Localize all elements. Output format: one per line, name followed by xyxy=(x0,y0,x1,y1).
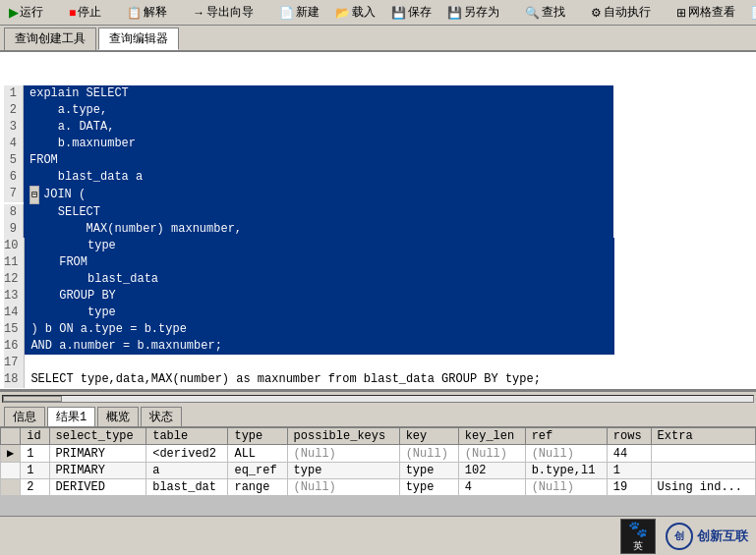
result-panel: 信息结果1概览状态 idselect_typetabletypepossible… xyxy=(0,405,756,496)
tab-result1[interactable]: 结果1 xyxy=(47,407,95,426)
load-button[interactable]: 📂 载入 xyxy=(330,2,380,23)
line-code: blast_data xyxy=(25,271,614,288)
explain-button[interactable]: 📋 解释 xyxy=(122,2,172,23)
table-cell: a xyxy=(146,463,228,479)
table-cell: 1 xyxy=(21,463,49,479)
save-icon: 💾 xyxy=(391,6,406,20)
table-cell: range xyxy=(228,479,287,496)
table-row: 6 blast_data a xyxy=(4,169,752,186)
tab-info[interactable]: 信息 xyxy=(4,407,45,426)
new-icon: 📄 xyxy=(279,6,294,20)
save-button[interactable]: 💾 保存 xyxy=(386,2,436,23)
run-icon: ▶ xyxy=(9,6,18,20)
export-icon: → xyxy=(193,6,204,20)
table-cell: eq_ref xyxy=(228,463,287,479)
input-method-button[interactable]: 🐾 英 xyxy=(620,519,656,554)
result-table-wrap[interactable]: idselect_typetabletypepossible_keyskeyke… xyxy=(0,427,756,496)
table-row: 11 FROM xyxy=(4,254,752,271)
table-row: 7⊟JOIN ( xyxy=(4,186,752,204)
table-cell: (Null) xyxy=(525,479,607,496)
table-cell: type xyxy=(287,463,399,479)
col-header: key xyxy=(399,428,458,445)
horizontal-scrollbar[interactable] xyxy=(0,391,756,405)
line-number: 12 xyxy=(4,271,25,288)
table-cell: blast_dat xyxy=(146,479,228,496)
table-row: 2 a.type, xyxy=(4,102,752,119)
tab-query-builder[interactable]: 查询创建工具 xyxy=(4,28,96,50)
line-number: 14 xyxy=(4,305,25,321)
table-cell: (Null) xyxy=(458,445,525,463)
tab-query-editor[interactable]: 查询编辑器 xyxy=(98,28,179,50)
load-label: 载入 xyxy=(352,4,376,21)
table-row: 17 xyxy=(4,355,752,371)
table-cell: (Null) xyxy=(399,445,458,463)
row-marker xyxy=(1,463,21,479)
col-header: table xyxy=(146,428,228,445)
table-row: 16AND a.number = b.maxnumber; xyxy=(4,338,752,355)
hscroll-thumb[interactable] xyxy=(3,396,62,402)
col-header: select_type xyxy=(49,428,146,445)
line-code: type xyxy=(25,238,614,254)
table-cell: PRIMARY xyxy=(49,463,146,479)
col-marker xyxy=(1,428,21,445)
table-cell: 4 xyxy=(458,479,525,496)
line-code: GROUP BY xyxy=(25,288,614,305)
stop-button[interactable]: ■ 停止 xyxy=(64,2,106,23)
find-icon: 🔍 xyxy=(525,6,540,20)
table-cell: <derived2 xyxy=(146,445,228,463)
run-label: 运行 xyxy=(20,4,43,21)
table-cell xyxy=(651,463,755,479)
form-button[interactable]: 📝 表单... xyxy=(746,2,756,23)
auto-run-button[interactable]: ⚙ 自动执行 xyxy=(586,2,656,23)
new-button[interactable]: 📄 新建 xyxy=(274,2,324,23)
table-row: 3 a. DATA, xyxy=(4,119,752,136)
table-row: 9 MAX(number) maxnumber, xyxy=(4,221,752,238)
table-row: 15) b ON a.type = b.type xyxy=(4,321,752,338)
line-number: 3 xyxy=(4,119,24,136)
brand-circle-icon: 创 xyxy=(666,523,693,550)
line-number: 10 xyxy=(4,238,25,254)
grid-view-button[interactable]: ⊞ 网格查看 xyxy=(671,2,740,23)
paw-icon: 🐾 xyxy=(628,520,648,539)
code-lines: 1explain SELECT2 a.type,3 a. DATA,4 b.ma… xyxy=(0,52,756,389)
table-row: 1explain SELECT xyxy=(4,85,752,102)
table-row: 2DERIVEDblast_datrange(Null)type4(Null)1… xyxy=(1,479,756,496)
table-cell: 44 xyxy=(607,445,651,463)
table-cell: ALL xyxy=(228,445,287,463)
table-cell: DERIVED xyxy=(49,479,146,496)
line-number: 8 xyxy=(4,204,24,221)
table-cell: PRIMARY xyxy=(49,445,146,463)
col-header: possible_keys xyxy=(287,428,399,445)
table-row: 1PRIMARYaeq_reftypetype102b.type,l11 xyxy=(1,463,756,479)
table-cell xyxy=(651,445,755,463)
line-number: 4 xyxy=(4,136,24,152)
export-wizard-button[interactable]: → 导出向导 xyxy=(188,2,259,23)
result-tabs: 信息结果1概览状态 xyxy=(0,405,756,427)
table-cell: type xyxy=(399,479,458,496)
fold-icon[interactable]: ⊟ xyxy=(29,186,39,204)
line-code: FROM xyxy=(24,152,613,169)
col-header: type xyxy=(228,428,287,445)
line-number: 13 xyxy=(4,288,25,305)
line-number: 6 xyxy=(4,169,24,186)
tab-overview[interactable]: 概览 xyxy=(97,407,139,426)
statusbar: 🐾 英 创 创新互联 xyxy=(0,516,756,555)
find-button[interactable]: 🔍 查找 xyxy=(520,2,570,23)
table-row: 5FROM xyxy=(4,152,752,169)
save-as-button[interactable]: 💾 另存为 xyxy=(442,2,504,23)
hscroll-track[interactable] xyxy=(2,395,754,403)
line-code: MAX(number) maxnumber, xyxy=(24,221,613,238)
sql-editor[interactable]: 1explain SELECT2 a.type,3 a. DATA,4 b.ma… xyxy=(0,52,756,391)
row-marker xyxy=(1,479,21,496)
line-number: 9 xyxy=(4,221,24,238)
table-row: 8 SELECT xyxy=(4,204,752,221)
run-button[interactable]: ▶ 运行 xyxy=(4,2,48,23)
line-code: ) b ON a.type = b.type xyxy=(25,321,614,338)
line-number: 7 xyxy=(4,186,24,202)
row-marker: ▶ xyxy=(1,445,21,463)
table-row: 10 type xyxy=(4,238,752,254)
line-code: type xyxy=(25,305,614,321)
table-cell: 1 xyxy=(21,445,49,463)
tab-status[interactable]: 状态 xyxy=(141,407,182,426)
line-code: ⊟JOIN ( xyxy=(24,186,613,204)
